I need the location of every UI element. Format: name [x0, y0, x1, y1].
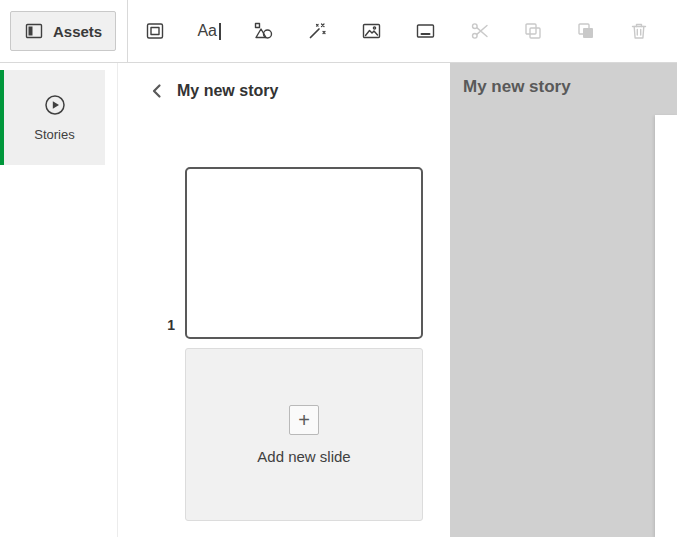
paste-icon — [576, 21, 596, 41]
toolbar: Assets Aa — [0, 0, 677, 63]
story-view-title: My new story — [450, 63, 677, 97]
text-tool-button[interactable]: Aa — [189, 11, 229, 51]
panel-toggle-icon — [24, 21, 44, 41]
sidebar-item-label: Stories — [34, 127, 74, 142]
copy-icon — [523, 21, 543, 41]
copy-button[interactable] — [513, 11, 553, 51]
sidebar-item-stories[interactable]: Stories — [0, 70, 105, 165]
slide-icon — [415, 21, 436, 41]
paste-button[interactable] — [566, 11, 606, 51]
slide-canvas[interactable] — [655, 115, 677, 537]
story-title: My new story — [177, 82, 278, 100]
insert-tool-group: Aa — [135, 11, 445, 51]
slide-number: 1 — [155, 317, 175, 333]
effects-tool-button[interactable] — [297, 11, 337, 51]
assets-button-label: Assets — [53, 23, 102, 40]
trash-icon — [629, 21, 649, 41]
add-new-slide-button[interactable]: + Add new slide — [185, 348, 423, 521]
add-slide-label: Add new slide — [257, 448, 350, 465]
plus-icon: + — [289, 405, 319, 435]
cut-button[interactable] — [460, 11, 500, 51]
text-tool-glyph: Aa — [197, 22, 217, 40]
text-cursor-icon — [219, 23, 221, 40]
scissors-icon — [470, 21, 490, 41]
story-canvas: My new story — [450, 63, 677, 537]
edit-tool-group — [460, 11, 659, 51]
image-icon — [361, 21, 382, 41]
text-icon: Aa — [197, 22, 221, 40]
delete-button[interactable] — [619, 11, 659, 51]
sidebar: Stories — [0, 63, 118, 537]
snapshot-icon — [145, 21, 165, 41]
slide-panel: My new story 1 + Add new slide — [118, 63, 450, 537]
assets-panel-button[interactable]: Assets — [10, 11, 116, 51]
back-chevron-icon — [149, 82, 165, 100]
back-button[interactable] — [148, 82, 166, 100]
shapes-icon — [252, 21, 274, 41]
shapes-tool-button[interactable] — [243, 11, 283, 51]
main-area: Stories My new story 1 + Add new slide — [0, 63, 677, 537]
toolbar-divider — [127, 0, 128, 62]
slide-tool-button[interactable] — [405, 11, 445, 51]
plus-glyph: + — [298, 410, 310, 430]
slide-thumbnail[interactable] — [185, 167, 423, 339]
play-circle-icon — [43, 93, 67, 117]
image-tool-button[interactable] — [351, 11, 391, 51]
slide-list-item: 1 — [155, 167, 423, 339]
slide-panel-header: My new story — [118, 63, 450, 100]
effects-icon — [307, 21, 327, 41]
snapshot-tool-button[interactable] — [135, 11, 175, 51]
